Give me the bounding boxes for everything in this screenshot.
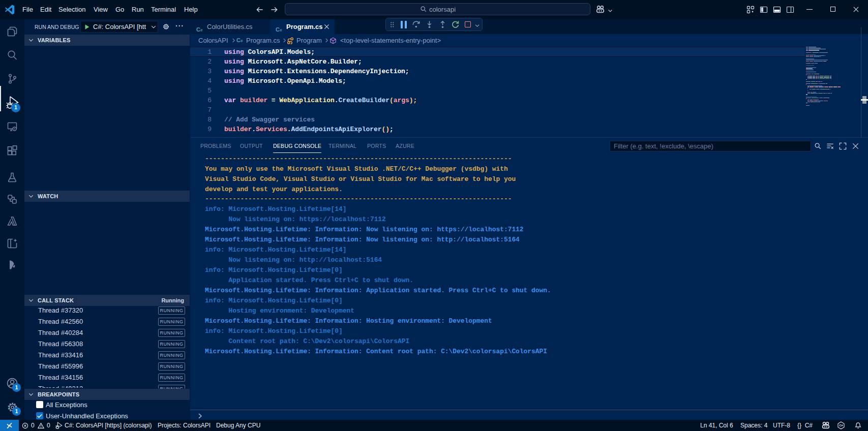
svg-text:C#: C#: [840, 424, 843, 427]
